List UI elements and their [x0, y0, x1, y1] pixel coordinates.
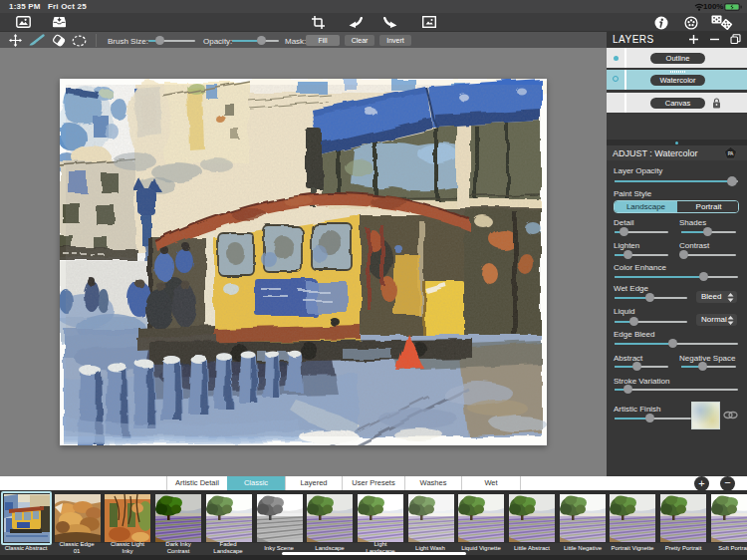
svg-text:PA: PA — [728, 151, 734, 156]
